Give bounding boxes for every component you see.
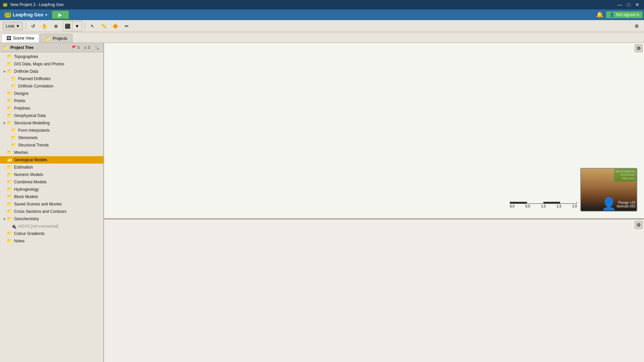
scene-top-settings-button[interactable]: ⚙: [635, 44, 643, 52]
scale-seg-3: [544, 202, 560, 203]
tree-item-saved-scenes[interactable]: 📁Saved Scenes and Movies: [0, 200, 103, 208]
tree-label-points: Points: [14, 99, 101, 103]
scale-seg-1: [510, 202, 527, 203]
tree-label-form-interpolants: Form Interpolants: [18, 128, 101, 133]
tree-item-gis-data[interactable]: 📁GIS Data, Maps and Photos: [0, 60, 103, 68]
tree-folder-icon-geochemistry: 📁: [7, 216, 13, 222]
tree-folder-icon-drillhole-correlation: 📁: [11, 83, 17, 89]
minimize-button[interactable]: —: [616, 1, 624, 8]
tree-label-geophysical-data: Geophysical Data: [14, 113, 101, 118]
tree-label-polylines: Polylines: [14, 106, 101, 111]
left-panel: 📁 Project Tree 🚩 0 ⚠ 0 🔍 📁Topographies📁G…: [0, 43, 104, 362]
tab-scene-view[interactable]: 🖼 Scene View: [1, 34, 39, 43]
tab-projects[interactable]: 📁 Projects: [40, 34, 72, 43]
play-icon: ▶: [58, 12, 62, 17]
view-dropdown-button[interactable]: ▼: [72, 21, 82, 31]
tree-label-block-models: Block Models: [14, 194, 101, 199]
tree-item-geophysical-data[interactable]: 📁Geophysical Data: [0, 112, 103, 119]
tree-item-structural-modelling[interactable]: ▼📁Structural Modelling: [0, 119, 103, 127]
scale-seg-4: [560, 202, 577, 203]
zoom-tool-button[interactable]: ⊕: [51, 21, 61, 31]
tree-item-numeric-models[interactable]: 📁Numeric Models: [0, 171, 103, 178]
projects-tab-icon: 📁: [45, 36, 51, 41]
tree-folder-icon-structural-trends: 📁: [11, 142, 17, 148]
tree-folder-icon-block-models: 📁: [7, 194, 13, 199]
tree-label-gis-data: GIS Data, Maps and Photos: [14, 62, 101, 66]
tree-item-hydrogeology[interactable]: 📁Hydrogeology: [0, 186, 103, 193]
app-dropdown-arrow[interactable]: ▼: [45, 13, 48, 17]
annotate-tool-button[interactable]: ✏: [122, 21, 131, 31]
video-overlay: GEOCHEMICALECONOMICGEOLOGY 👤 Plunge +20 …: [580, 168, 637, 212]
tree-item-meshes[interactable]: 📁Meshes: [0, 149, 103, 156]
view-mode-group: ⬛ ▼: [63, 21, 82, 31]
tree-label-saved-scenes: Saved Scenes and Movies: [14, 202, 101, 206]
project-tree-icon: 📁: [3, 45, 8, 50]
user-icon: 👤: [609, 12, 614, 17]
scale-seg-2: [527, 202, 544, 203]
title-bar-controls: — □ ✕: [616, 1, 641, 8]
play-button[interactable]: ▶: [52, 11, 69, 19]
tree-label-topographies: Topographies: [14, 54, 101, 59]
tree-item-estimation[interactable]: 📁Estimation: [0, 164, 103, 171]
tree-item-planned-drillholes[interactable]: 📁Planned Drillholes: [0, 75, 103, 82]
tree-label-meshes: Meshes: [14, 150, 101, 155]
pan-tool-button[interactable]: ✋: [40, 21, 49, 31]
project-tree-header: 📁 Project Tree 🚩 0 ⚠ 0 🔍: [0, 43, 103, 52]
mark-tool-button[interactable]: 🔶: [111, 21, 120, 31]
scene-top[interactable]: ⚙ 0.0 0.5 1.0 1.5 2.0: [104, 43, 644, 220]
tree-folder-icon-planned-drillholes: 📁: [11, 76, 17, 81]
tree-label-geochemistry: Geochemistry: [14, 217, 101, 221]
tree-item-geological-models[interactable]: 📁Geological Models: [0, 156, 103, 164]
tree-item-drillhole-data[interactable]: ▼📁Drillhole Data: [0, 68, 103, 75]
tree-item-block-models[interactable]: 📁Block Models: [0, 193, 103, 200]
tree-folder-icon-gis-data: 📁: [7, 61, 13, 67]
rotate-tool-button[interactable]: ↺: [29, 21, 38, 31]
tree-item-colour-gradients[interactable]: 📁Colour Gradients: [0, 230, 103, 237]
tree-label-geological-models: Geological Models: [14, 158, 101, 162]
tree-item-notes[interactable]: 📁Notes: [0, 237, 103, 245]
box-view-button[interactable]: ⬛: [63, 21, 72, 31]
tree-item-polylines[interactable]: 📁Polylines: [0, 105, 103, 112]
tree-item-designs[interactable]: 📁Designs: [0, 90, 103, 97]
tree-label-numeric-models: Numeric Models: [14, 172, 101, 177]
scene-bottom[interactable]: ⚙: [104, 220, 644, 362]
tree-item-combined-models[interactable]: 📁Combined Models: [0, 178, 103, 186]
tree-folder-icon-geophysical-data: 📁: [7, 113, 13, 118]
tree-item-geochemistry[interactable]: ▼📁Geochemistry: [0, 215, 103, 223]
window-title: New Project 2 - Leapfrog Geo: [10, 2, 64, 7]
tree-content: 📁Topographies📁GIS Data, Maps and Photos▼…: [0, 52, 103, 362]
select-tool-button[interactable]: ↖: [88, 21, 97, 31]
close-button[interactable]: ✕: [633, 1, 641, 8]
tree-label-cross-sections: Cross Sections and Contours: [14, 209, 101, 214]
tree-item-points[interactable]: 📁Points: [0, 97, 103, 105]
tree-label-combined-models: Combined Models: [14, 180, 101, 184]
tree-item-topographies[interactable]: 📁Topographies: [0, 53, 103, 60]
tree-item-cross-sections[interactable]: 📁Cross Sections and Contours: [0, 208, 103, 215]
tree-label-designs: Designs: [14, 91, 101, 96]
plunge-label: Plunge +20: [616, 201, 635, 204]
tree-folder-icon-topographies: 📁: [7, 54, 13, 59]
tree-folder-icon-points: 📁: [7, 98, 13, 104]
tree-label-structural-trends: Structural Trends: [18, 143, 101, 147]
tree-item-drillhole-correlation[interactable]: 📁Drillhole Correlation: [0, 82, 103, 90]
compass-info: Plunge +20 Azimuth 030: [616, 201, 635, 208]
tree-folder-icon-stereonets: 📁: [11, 135, 17, 140]
tree-folder-icon-drillhole-data: 📁: [7, 69, 13, 74]
maximize-button[interactable]: □: [625, 1, 633, 8]
scene-settings-button[interactable]: ⚙: [632, 21, 641, 31]
tree-label-hydrogeology: Hydrogeology: [14, 187, 101, 192]
tree-item-form-interpolants[interactable]: 📁Form Interpolants: [0, 127, 103, 134]
tree-folder-icon-estimation: 📁: [7, 165, 13, 170]
scene-bottom-settings-button[interactable]: ⚙: [635, 221, 643, 229]
tree-search-button[interactable]: 🔍: [93, 45, 101, 51]
tree-item-structural-trends[interactable]: 📁Structural Trends: [0, 141, 103, 149]
tree-item-stereonets[interactable]: 📁Stereonets: [0, 134, 103, 141]
app-logo: 🐸 Leapfrog Geo ▼: [1, 11, 51, 18]
tree-label-estimation: Estimation: [14, 165, 101, 170]
look-button[interactable]: Look ▼: [3, 22, 23, 31]
sign-in-button[interactable]: 👤 Not signed in: [606, 11, 643, 18]
sign-in-label: Not signed in: [616, 12, 639, 17]
measure-tool-button[interactable]: 📏: [99, 21, 109, 31]
notification-button[interactable]: 🔔: [596, 11, 603, 18]
tree-item-iogas[interactable]: 🔌ioGAS [not connected]: [0, 223, 103, 230]
